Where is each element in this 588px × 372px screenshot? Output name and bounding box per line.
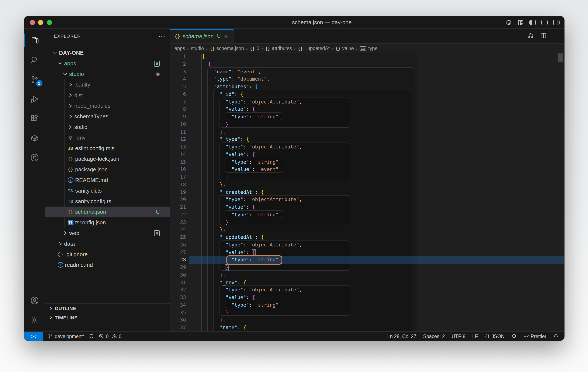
breadcrumb-item-studio[interactable]: studio xyxy=(191,46,204,51)
braces-icon: {} xyxy=(485,334,490,339)
git-file-icon xyxy=(56,252,64,256)
explorer-view-icon[interactable] xyxy=(24,30,45,50)
ts-file-icon: TS xyxy=(67,188,74,193)
breadcrumb-separator: › xyxy=(206,46,208,51)
github-view-icon[interactable] xyxy=(24,148,45,167)
outline-section[interactable]: OUTLINE xyxy=(45,303,170,313)
code-line-19: "_createdAt": { xyxy=(202,189,302,196)
timeline-section[interactable]: TIMELINE xyxy=(45,313,170,322)
explorer-more-actions-icon[interactable]: ··· xyxy=(158,33,166,40)
code-line-18: }, xyxy=(202,181,302,189)
extensions-view-icon[interactable] xyxy=(24,109,45,128)
problems-item[interactable]: 0 0 xyxy=(97,332,124,341)
breadcrumb-label: attributes xyxy=(272,46,292,51)
toggle-panel-icon[interactable] xyxy=(541,19,548,26)
git-untracked-badge: U xyxy=(156,209,160,215)
code-line-9: "type": "string" xyxy=(202,113,302,121)
toggle-secondary-sidebar-icon[interactable] xyxy=(553,19,560,26)
breadcrumb-item-value[interactable]: {}value xyxy=(336,46,354,51)
eol-item[interactable]: LF xyxy=(470,332,480,341)
code-editor[interactable]: 1234567891011121314151617181920212223242… xyxy=(170,53,564,331)
line-number: 11 xyxy=(180,128,186,136)
search-view-icon[interactable] xyxy=(24,50,45,70)
string-symbol-icon: abc xyxy=(360,46,367,51)
indentation-item[interactable]: Spaces: 2 xyxy=(421,332,447,341)
editor-more-actions-icon[interactable]: ··· xyxy=(553,33,560,40)
tree-item-data[interactable]: data xyxy=(45,238,170,249)
code-line-29: } xyxy=(202,264,302,271)
tree-item-label: DAY-ONE xyxy=(59,50,84,56)
tree-item-web[interactable]: web xyxy=(45,228,170,238)
customize-layout-icon[interactable] xyxy=(517,19,524,26)
object-symbol-icon: {} xyxy=(250,46,255,51)
tree-item-studio[interactable]: studio xyxy=(45,69,170,79)
tree-item-readme-md[interactable]: ireadme.md xyxy=(45,260,170,270)
copilot-icon[interactable] xyxy=(505,19,513,26)
breadcrumb-separator: › xyxy=(332,46,333,51)
code-line-20: "type": "objectAttribute", xyxy=(202,196,302,204)
tree-item-label: node_modules xyxy=(74,103,111,109)
copilot-status-item[interactable] xyxy=(509,332,519,341)
code-line-37: "name": { xyxy=(202,324,302,331)
chevron-right-icon xyxy=(47,315,54,320)
breadcrumb-separator: › xyxy=(261,46,263,51)
encoding-item[interactable]: UTF-8 xyxy=(450,332,468,341)
breadcrumb-separator: › xyxy=(294,46,295,51)
tree-item-day-one[interactable]: DAY-ONE xyxy=(45,48,170,58)
sync-changes-item[interactable] xyxy=(87,332,97,341)
container-tools-view-icon[interactable] xyxy=(24,128,45,148)
tree-item-label: readme.md xyxy=(65,262,93,268)
source-control-view-icon[interactable]: 1 xyxy=(24,70,45,89)
git-branch-item[interactable]: development* xyxy=(45,332,87,341)
line-number: 19 xyxy=(180,189,186,196)
open-changes-icon[interactable] xyxy=(527,32,534,40)
tree-item-label: studio xyxy=(69,71,84,77)
folder-badge xyxy=(154,230,160,236)
code-line-25: "_updatedAt": { xyxy=(202,234,302,241)
code-line-14: "value": { xyxy=(202,151,302,159)
tab-schema-json[interactable]: {} schema.json U × xyxy=(170,29,234,43)
chevron-right-icon xyxy=(67,113,74,120)
branch-label: development* xyxy=(55,334,85,339)
breadcrumb-item-schema-json[interactable]: {}schema.json xyxy=(210,46,244,51)
json-file-icon: {} xyxy=(175,33,180,39)
settings-gear-icon[interactable] xyxy=(24,310,45,330)
source-control-badge: 1 xyxy=(36,80,42,87)
accounts-icon[interactable] xyxy=(24,291,45,310)
breadcrumb-item-0[interactable]: {}0 xyxy=(250,46,259,51)
split-editor-icon[interactable] xyxy=(540,32,547,40)
editor-scrollbar[interactable] xyxy=(558,53,563,62)
formatter-item[interactable]: ✓✓ Prettier xyxy=(522,332,548,341)
breadcrumb-label: _updatedAt xyxy=(304,46,330,51)
object-symbol-icon: {} xyxy=(265,46,270,51)
code-line-30: }, xyxy=(202,271,302,279)
error-count: 0 xyxy=(106,334,109,339)
tab-close-icon[interactable]: × xyxy=(224,32,228,40)
remote-indicator[interactable]: >< xyxy=(24,332,43,341)
line-number: 23 xyxy=(180,219,186,226)
breadcrumb-item-attributes[interactable]: {}attributes xyxy=(265,46,292,51)
tree-item--gitignore[interactable]: .gitignore xyxy=(45,249,170,260)
tree-item-apps[interactable]: apps xyxy=(45,58,170,69)
chevron-down-icon xyxy=(51,50,58,56)
breadcrumb-item-apps[interactable]: apps xyxy=(175,46,185,51)
code-line-11: }, xyxy=(202,128,302,136)
line-number: 12 xyxy=(180,136,186,144)
code-line-21: "value": { xyxy=(202,204,302,211)
warning-count: 0 xyxy=(119,334,121,339)
tab-bar: {} schema.json U × xyxy=(170,29,564,44)
notifications-bell-icon[interactable] xyxy=(551,332,561,341)
toggle-primary-sidebar-icon[interactable] xyxy=(529,19,536,26)
cursor-position-item[interactable]: Ln 28, Col 27 xyxy=(385,332,418,341)
code-lines: [ { "name": "event", "type": "document",… xyxy=(202,53,302,331)
object-symbol-icon: {} xyxy=(336,46,340,51)
code-line-31: "_rev": { xyxy=(202,279,302,287)
run-debug-view-icon[interactable] xyxy=(24,89,45,109)
breadcrumb-item--updatedat[interactable]: {}_updatedAt xyxy=(298,46,330,51)
json-file-icon: {} xyxy=(67,167,74,172)
breadcrumb-item-type[interactable]: abctype xyxy=(360,46,378,51)
line-number: 34 xyxy=(180,302,186,309)
code-line-36: }, xyxy=(202,317,302,324)
line-number: 17 xyxy=(180,173,186,181)
language-mode-item[interactable]: {} JSON xyxy=(483,332,507,341)
